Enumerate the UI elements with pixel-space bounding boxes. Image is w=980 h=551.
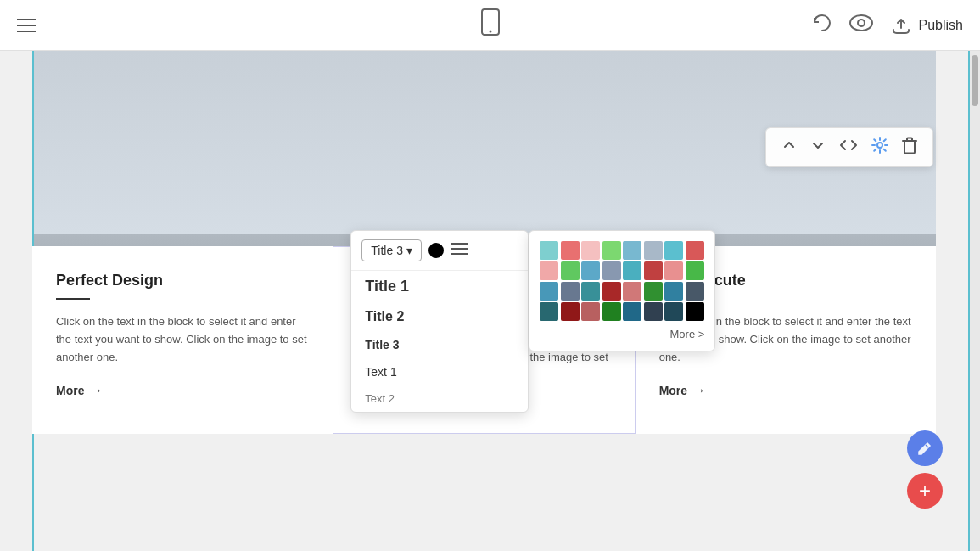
more-colors-link[interactable]: More >: [540, 328, 704, 340]
color-cell[interactable]: [686, 302, 704, 321]
card-1[interactable]: Perfect Design Click on the text in the …: [32, 246, 333, 434]
color-cell[interactable]: [623, 261, 641, 280]
color-cell[interactable]: [664, 302, 683, 321]
top-bar-left: [17, 19, 36, 32]
color-cell[interactable]: [581, 241, 600, 260]
block-toolbar: [765, 127, 933, 167]
top-bar-right: Publish: [810, 14, 963, 37]
color-cell[interactable]: [581, 302, 600, 321]
color-cell[interactable]: [561, 282, 580, 301]
color-cell[interactable]: [561, 241, 580, 260]
align-icon[interactable]: [451, 242, 468, 259]
card-2[interactable]: Title 3 ▾ Title 1 Title 2: [333, 246, 635, 434]
svg-point-2: [850, 15, 872, 31]
color-cell[interactable]: [644, 261, 663, 280]
format-title3[interactable]: Title 3: [351, 331, 528, 358]
move-down-button[interactable]: [804, 134, 832, 160]
color-cell[interactable]: [581, 261, 600, 280]
text-format-popup: Title 3 ▾ Title 1 Title 2: [350, 230, 529, 413]
undo-icon[interactable]: [810, 14, 832, 37]
fab-edit-button[interactable]: [907, 430, 943, 466]
card-1-link-label: More: [56, 384, 84, 397]
card-1-divider: [56, 298, 90, 300]
color-cell[interactable]: [623, 241, 641, 260]
color-circle[interactable]: [428, 243, 444, 258]
card-3-arrow: →: [692, 383, 706, 398]
text-format-list: Title 1 Title 2 Title 3 Text 1 Text 2: [351, 271, 528, 412]
top-bar-center: [479, 8, 502, 42]
publish-label: Publish: [919, 18, 963, 33]
delete-button[interactable]: [895, 133, 924, 161]
title3-label: Title 3: [371, 244, 403, 257]
card-3-link[interactable]: More →: [659, 383, 912, 398]
dropdown-chevron: ▾: [406, 244, 412, 257]
color-cell[interactable]: [602, 261, 621, 280]
color-cell[interactable]: [602, 282, 621, 301]
color-grid: [540, 241, 704, 321]
color-cell[interactable]: [644, 302, 663, 321]
top-bar: Publish: [0, 0, 980, 51]
color-cell[interactable]: [686, 261, 704, 280]
card-1-arrow: →: [89, 383, 103, 398]
color-picker-popup: More >: [529, 230, 715, 351]
color-cell[interactable]: [664, 261, 683, 280]
color-cell[interactable]: [540, 282, 558, 301]
color-cell[interactable]: [561, 302, 580, 321]
settings-button[interactable]: [865, 133, 895, 161]
color-cell[interactable]: [686, 282, 704, 301]
color-cell[interactable]: [602, 302, 621, 321]
svg-point-1: [489, 31, 491, 33]
card-1-link[interactable]: More →: [56, 383, 309, 398]
scrollbar-thumb[interactable]: [972, 55, 978, 106]
move-up-button[interactable]: [775, 134, 804, 160]
card-1-text: Click on the text in the block to select…: [56, 313, 309, 366]
svg-point-3: [858, 20, 865, 26]
canvas-border-right: [968, 51, 970, 551]
color-cell[interactable]: [623, 282, 641, 301]
title3-dropdown[interactable]: Title 3 ▾: [361, 239, 422, 261]
text-format-header: Title 3 ▾: [351, 231, 528, 271]
preview-icon[interactable]: [849, 14, 873, 37]
code-button[interactable]: [832, 134, 865, 160]
cards-area: Perfect Design Click on the text in the …: [32, 246, 936, 434]
color-cell[interactable]: [540, 261, 558, 280]
color-cell[interactable]: [664, 241, 683, 260]
color-cell[interactable]: [644, 282, 663, 301]
svg-point-4: [877, 143, 882, 148]
color-cell[interactable]: [561, 261, 580, 280]
card-1-title: Perfect Design: [56, 272, 309, 290]
color-cell[interactable]: [623, 302, 641, 321]
format-title2[interactable]: Title 2: [351, 302, 528, 331]
format-title1[interactable]: Title 1: [351, 271, 528, 302]
color-cell[interactable]: [686, 241, 704, 260]
color-cell[interactable]: [540, 302, 558, 321]
card-3-link-label: More: [659, 384, 687, 397]
color-cell[interactable]: [581, 282, 600, 301]
menu-icon[interactable]: [17, 19, 36, 32]
phone-icon[interactable]: [479, 8, 502, 42]
fab-add-button[interactable]: +: [907, 473, 943, 509]
color-cell[interactable]: [644, 241, 663, 260]
format-text2[interactable]: Text 2: [351, 385, 528, 412]
scrollbar[interactable]: [970, 51, 980, 551]
canvas: Perfect Design Click on the text in the …: [0, 51, 980, 551]
color-cell[interactable]: [602, 241, 621, 260]
publish-button[interactable]: Publish: [890, 16, 963, 35]
color-cell[interactable]: [664, 282, 683, 301]
format-text1[interactable]: Text 1: [351, 358, 528, 385]
color-cell[interactable]: [540, 241, 558, 260]
fab-add-icon: +: [919, 481, 931, 501]
